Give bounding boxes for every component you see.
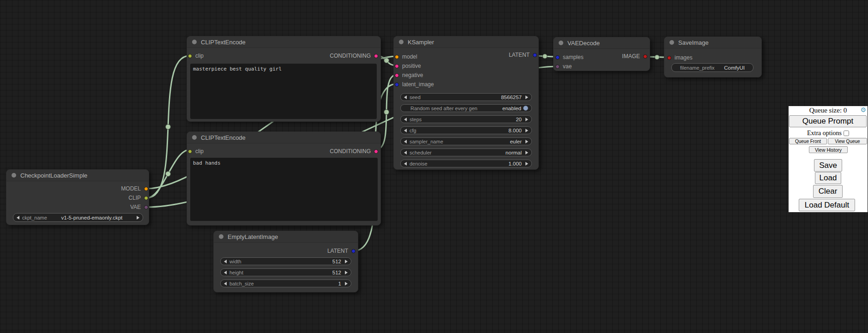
node-vae-decode[interactable]: VAEDecode IMAGE samples vae — [553, 37, 650, 71]
conditioning-port-icon[interactable] — [374, 54, 378, 58]
sampler-name-widget[interactable]: sampler_name euler — [400, 137, 532, 145]
vae-input-port-icon[interactable] — [555, 65, 560, 69]
prev-value-arrow-icon[interactable] — [404, 151, 407, 155]
seed-widget[interactable]: seed 8566257 — [400, 93, 532, 101]
wire-midpoint-dot — [166, 172, 171, 177]
node-collapse-dot-icon[interactable] — [192, 135, 197, 140]
increment-arrow-icon[interactable] — [345, 271, 348, 274]
output-slot-image: IMAGE — [622, 53, 647, 59]
node-collapse-dot-icon[interactable] — [192, 40, 197, 44]
clear-button[interactable]: Clear — [813, 185, 843, 198]
cfg-widget[interactable]: cfg 8.000 — [400, 126, 532, 134]
steps-widget[interactable]: steps 20 — [400, 115, 532, 123]
node-collapse-dot-icon[interactable] — [219, 234, 223, 239]
decrement-arrow-icon[interactable] — [404, 118, 407, 121]
node-title: SaveImage — [678, 39, 709, 46]
image-port-icon[interactable] — [643, 54, 647, 59]
denoise-widget[interactable]: denoise 1.000 — [400, 160, 532, 167]
node-title-bar[interactable]: CLIPTextEncode — [187, 132, 380, 143]
next-value-arrow-icon[interactable] — [137, 216, 139, 220]
node-clip-text-encode-positive[interactable]: CLIPTextEncode clip CONDITIONING masterp… — [187, 36, 381, 122]
widget-label: batch_size — [229, 281, 254, 286]
view-queue-button[interactable]: View Queue — [828, 138, 867, 144]
negative-input-port-icon[interactable] — [395, 73, 399, 77]
node-title-bar[interactable]: CLIPTextEncode — [187, 36, 380, 48]
input-label: samples — [563, 54, 584, 60]
latent-port-icon[interactable] — [533, 53, 537, 57]
next-value-arrow-icon[interactable] — [525, 140, 528, 143]
latent-input-port-icon[interactable] — [395, 83, 399, 87]
decrement-arrow-icon[interactable] — [224, 282, 227, 285]
model-port-icon[interactable] — [144, 187, 148, 191]
samples-input-port-icon[interactable] — [555, 55, 560, 59]
node-save-image[interactable]: SaveImage images filename_prefix ComfyUI — [664, 36, 762, 77]
random-seed-toggle-widget[interactable]: Random seed after every gen enabled — [400, 104, 532, 112]
node-title-bar[interactable]: SaveImage — [664, 37, 761, 48]
images-input-port-icon[interactable] — [667, 56, 671, 60]
node-title-bar[interactable]: VAEDecode — [554, 37, 650, 49]
queue-prompt-button[interactable]: Queue Prompt — [789, 115, 867, 127]
positive-prompt-textarea[interactable]: masterpiece best quality girl — [190, 64, 377, 119]
ckpt-name-widget[interactable]: ckpt_name v1-5-pruned-emaonly.ckpt — [13, 213, 143, 222]
model-input-port-icon[interactable] — [395, 55, 399, 59]
prev-value-arrow-icon[interactable] — [404, 140, 407, 143]
load-button[interactable]: Load — [815, 172, 841, 184]
node-empty-latent-image[interactable]: EmptyLatentImage LATENT width 512 height… — [213, 231, 358, 292]
node-checkpoint-loader[interactable]: CheckpointLoaderSimple MODEL CLIP VAE ck… — [6, 169, 149, 225]
extra-options-checkbox[interactable] — [844, 131, 849, 136]
widget-label: seed — [410, 95, 421, 100]
decrement-arrow-icon[interactable] — [224, 260, 227, 263]
latent-port-icon[interactable] — [351, 249, 356, 253]
conditioning-port-icon[interactable] — [374, 149, 378, 154]
batch-size-widget[interactable]: batch_size 1 — [220, 279, 351, 287]
decrement-arrow-icon[interactable] — [404, 162, 407, 166]
increment-arrow-icon[interactable] — [525, 118, 528, 121]
save-button[interactable]: Save — [814, 159, 842, 172]
node-ksampler[interactable]: KSampler LATENT model positive negative … — [393, 36, 539, 170]
widget-label: width — [229, 259, 241, 264]
positive-input-port-icon[interactable] — [395, 64, 399, 68]
prev-value-arrow-icon[interactable] — [17, 216, 19, 220]
node-title: CLIPTextEncode — [201, 39, 246, 46]
input-slot-positive: positive — [394, 61, 538, 71]
comfyui-canvas[interactable]: { "colors": { "model_port": "#ff9b00", "… — [0, 0, 868, 333]
next-value-arrow-icon[interactable] — [525, 151, 528, 155]
settings-gear-icon[interactable]: ⚙ — [860, 107, 866, 113]
clip-input-port-icon[interactable] — [188, 54, 192, 58]
widget-value: 512 — [332, 270, 345, 275]
widget-label: sampler_name — [410, 139, 443, 144]
width-widget[interactable]: width 512 — [220, 257, 351, 265]
negative-prompt-textarea[interactable]: bad hands — [190, 158, 378, 221]
clip-input-port-icon[interactable] — [188, 149, 192, 154]
vae-port-icon[interactable] — [144, 205, 148, 209]
queue-front-button[interactable]: Queue Front — [789, 138, 827, 144]
toggle-on-icon[interactable] — [523, 106, 528, 111]
increment-arrow-icon[interactable] — [345, 260, 348, 263]
view-history-button[interactable]: View History — [809, 146, 848, 153]
increment-arrow-icon[interactable] — [525, 129, 528, 132]
input-slot-negative: negative — [394, 71, 538, 80]
node-collapse-dot-icon[interactable] — [669, 40, 674, 45]
increment-arrow-icon[interactable] — [525, 95, 528, 99]
node-title-bar[interactable]: KSampler — [394, 36, 538, 48]
widget-value: 512 — [332, 259, 345, 264]
decrement-arrow-icon[interactable] — [224, 271, 227, 274]
node-collapse-dot-icon[interactable] — [12, 173, 16, 178]
widget-label: height — [229, 270, 243, 275]
clip-port-icon[interactable] — [144, 196, 148, 200]
filename-prefix-widget[interactable]: filename_prefix ComfyUI — [671, 63, 753, 72]
decrement-arrow-icon[interactable] — [404, 95, 407, 99]
node-collapse-dot-icon[interactable] — [399, 40, 404, 44]
height-widget[interactable]: height 512 — [220, 268, 351, 276]
increment-arrow-icon[interactable] — [345, 282, 348, 285]
widget-value: ComfyUI — [724, 65, 745, 71]
node-title-bar[interactable]: CheckpointLoaderSimple — [6, 170, 149, 181]
load-default-button[interactable]: Load Default — [799, 199, 855, 211]
node-title-bar[interactable]: EmptyLatentImage — [214, 231, 358, 243]
node-collapse-dot-icon[interactable] — [559, 41, 563, 45]
node-clip-text-encode-negative[interactable]: CLIPTextEncode clip CONDITIONING bad han… — [187, 131, 381, 226]
decrement-arrow-icon[interactable] — [404, 129, 407, 132]
output-label: CONDITIONING — [330, 148, 371, 155]
increment-arrow-icon[interactable] — [525, 162, 528, 166]
scheduler-widget[interactable]: scheduler normal — [400, 149, 532, 156]
